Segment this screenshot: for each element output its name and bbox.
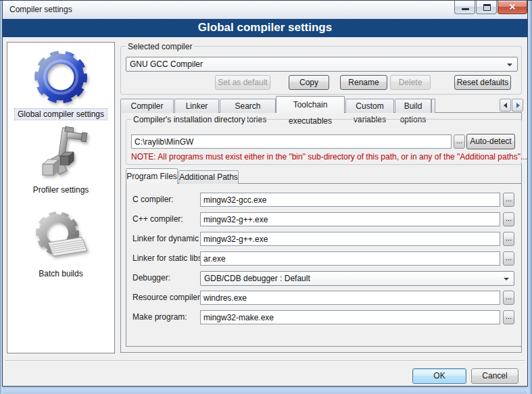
maximize-icon (483, 4, 491, 11)
dropdown-arrow-icon (504, 278, 509, 280)
blue-gear-icon (30, 47, 91, 107)
resource-compiler-input[interactable] (200, 291, 500, 305)
compiler-select[interactable]: GNU GCC Compiler (126, 57, 518, 72)
c-compiler-browse-button[interactable]: ... (503, 193, 514, 207)
tab-linker-settings[interactable]: Linker settings (174, 99, 219, 113)
sidebar-item-label: Global compiler settings (15, 109, 107, 120)
linker-dynamic-browse-button[interactable]: ... (503, 232, 514, 246)
subtab-program-files[interactable]: Program Files (126, 168, 178, 184)
maximize-button[interactable] (476, 1, 497, 14)
debugger-select[interactable]: GDB/CDB debugger : Default (200, 271, 514, 286)
minimize-icon (462, 8, 469, 10)
c-compiler-input[interactable] (200, 193, 500, 207)
sidebar-item-profiler-settings[interactable]: Profiler settings (7, 125, 114, 195)
compiler-select-value: GNU GCC Compiler (130, 59, 203, 69)
cpp-compiler-input[interactable] (200, 212, 500, 226)
footer-divider (5, 360, 525, 362)
cancel-button[interactable]: Cancel (471, 368, 518, 384)
close-icon: ✕ (498, 2, 527, 12)
install-dir-note: NOTE: All programs must exist either in … (131, 152, 527, 162)
linker-static-label: Linker for static libs: (132, 251, 204, 266)
compiler-settings-dialog: Compiler settings ✕ Global compiler sett… (0, 0, 532, 394)
cpp-compiler-browse-button[interactable]: ... (503, 212, 514, 226)
minimize-button[interactable] (454, 1, 475, 14)
window-title: Compiler settings (9, 5, 72, 14)
install-dir-input[interactable] (131, 134, 452, 149)
title-bar[interactable]: Compiler settings (3, 1, 527, 19)
window-frame-left (0, 0, 3, 394)
sidebar-item-global-compiler-settings[interactable]: Global compiler settings (7, 47, 114, 120)
tab-build-options[interactable]: Build options (395, 99, 431, 113)
tab-scroll-left-icon (504, 103, 507, 108)
copy-button[interactable]: Copy (289, 75, 329, 90)
tab-scroll-right-button[interactable] (512, 99, 523, 112)
sidebar-item-label: Batch builds (36, 268, 85, 279)
tab-scroll-left-button[interactable] (500, 99, 511, 112)
c-compiler-label: C compiler: (132, 193, 174, 207)
close-button[interactable]: ✕ (498, 1, 527, 14)
caliper-icon (32, 125, 90, 183)
debugger-label: Debugger: (132, 271, 170, 285)
settings-category-list: Global compiler settings (7, 42, 115, 353)
cpp-compiler-label: C++ compiler: (132, 212, 183, 226)
reset-defaults-button[interactable]: Reset defaults (454, 75, 511, 90)
auto-detect-button[interactable]: Auto-detect (466, 134, 515, 149)
tab-search-directories[interactable]: Search directories (220, 99, 276, 113)
make-program-input[interactable] (200, 310, 500, 324)
page-title: Global compiler settings (3, 19, 527, 37)
delete-button[interactable]: Delete (390, 75, 431, 90)
set-as-default-button[interactable]: Set as default (215, 75, 270, 90)
linker-static-input[interactable] (200, 251, 500, 266)
sidebar-item-label: Profiler settings (30, 184, 92, 195)
install-dir-browse-button[interactable]: ... (454, 134, 465, 149)
selected-compiler-group-label: Selected compiler (126, 42, 194, 51)
linker-dynamic-input[interactable] (200, 232, 500, 246)
tab-scroll-right-icon (516, 103, 520, 108)
make-program-browse-button[interactable]: ... (503, 310, 514, 324)
debugger-select-value: GDB/CDB debugger : Default (204, 274, 310, 283)
rename-button[interactable]: Rename (340, 75, 387, 90)
sidebar-item-batch-builds[interactable]: Batch builds (7, 206, 114, 279)
dropdown-arrow-icon (507, 64, 512, 66)
window-frame-bottom (0, 386, 532, 394)
subtab-additional-paths[interactable]: Additional Paths (178, 170, 239, 184)
linker-static-browse-button[interactable]: ... (503, 251, 514, 266)
tab-toolchain-executables[interactable]: Toolchain executables (276, 96, 345, 113)
ok-button[interactable]: OK (412, 368, 466, 384)
tab-compiler-settings[interactable]: Compiler settings (120, 99, 174, 113)
gray-gear-papers-icon (30, 206, 91, 267)
window-frame-top (0, 0, 532, 1)
tab-custom-variables[interactable]: Custom variables (345, 99, 394, 113)
make-program-label: Make program: (132, 310, 187, 324)
install-dir-group-label: Compiler's installation directory (131, 115, 247, 124)
resource-compiler-label: Resource compiler: (132, 291, 202, 305)
resource-compiler-browse-button[interactable]: ... (503, 291, 514, 305)
tab-partial[interactable] (431, 99, 435, 113)
window-frame-right (527, 0, 532, 394)
